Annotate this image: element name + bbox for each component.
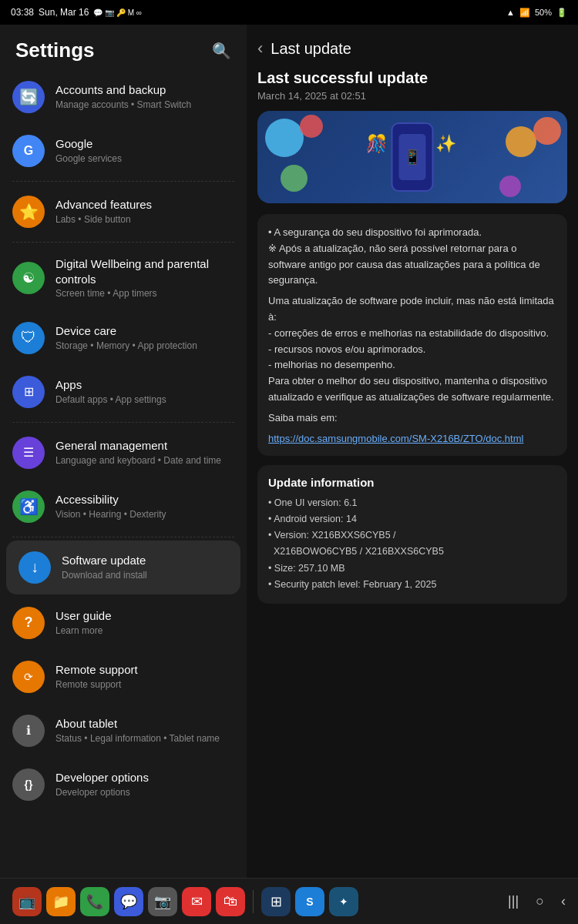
developer-title: Developer options xyxy=(55,770,234,785)
sidebar: Settings 🔍 🔄 Accounts and backup Manage … xyxy=(0,25,247,878)
detail-header-title: Last update xyxy=(271,40,351,58)
update-info-android: • Android version: 14 xyxy=(268,511,556,527)
sidebar-item-about[interactable]: ℹ About tablet Status • Legal informatio… xyxy=(0,704,247,758)
app-files[interactable]: 📁 xyxy=(46,887,76,916)
app-launcher[interactable]: ⊞ xyxy=(261,887,291,916)
userguide-icon: ? xyxy=(12,607,45,639)
search-icon[interactable]: 🔍 xyxy=(212,42,231,60)
google-icon: G xyxy=(12,135,45,167)
wellbeing-title: Digital Wellbeing and parental controls xyxy=(55,256,234,286)
sidebar-item-software[interactable]: ↓ Software update Download and install xyxy=(6,541,240,594)
about-subtitle: Status • Legal information • Tablet name xyxy=(55,733,234,745)
detail-panel: ‹ Last update Last successful update Mar… xyxy=(247,25,578,878)
nav-home[interactable]: ○ xyxy=(536,893,544,909)
status-right: ▲ 📶 50% 🔋 xyxy=(506,8,567,18)
sidebar-header: Settings 🔍 xyxy=(0,28,247,70)
advanced-title: Advanced features xyxy=(55,197,234,213)
accessibility-subtitle: Vision • Hearing • Dexterity xyxy=(55,509,234,521)
advanced-subtitle: Labs • Side button xyxy=(55,214,234,226)
apps-icon: ⊞ xyxy=(12,376,45,408)
update-info-security: • Security patch level: February 1, 2025 xyxy=(268,577,556,593)
app-tv[interactable]: 📺 xyxy=(12,887,42,916)
sidebar-item-wellbeing[interactable]: ☯ Digital Wellbeing and parental control… xyxy=(0,246,247,311)
divider-2 xyxy=(12,242,234,243)
accounts-icon: 🔄 xyxy=(12,81,45,113)
sidebar-item-devicecare[interactable]: 🛡 Device care Storage • Memory • App pro… xyxy=(0,311,247,365)
nav-recents[interactable]: ||| xyxy=(508,893,519,909)
remote-subtitle: Remote support xyxy=(55,679,234,691)
update-info-card: Update information • One UI version: 6.1… xyxy=(257,465,567,604)
battery-icon: 🔋 xyxy=(556,8,567,18)
divider-4 xyxy=(12,537,234,537)
sidebar-item-accessibility[interactable]: ♿ Accessibility Vision • Hearing • Dexte… xyxy=(0,480,247,534)
app-store[interactable]: 🛍 xyxy=(216,887,245,916)
status-left: 03:38 Sun, Mar 16 💬 📷 🔑 M ∞ xyxy=(11,7,142,18)
about-title: About tablet xyxy=(55,716,234,732)
google-subtitle: Google services xyxy=(55,153,234,166)
google-title: Google xyxy=(55,136,234,152)
app-phone[interactable]: 📞 xyxy=(80,887,109,916)
status-time: 03:38 xyxy=(11,7,34,18)
battery-level: 50% xyxy=(535,8,552,17)
update-body-text: • A segurança do seu dispositivo foi apr… xyxy=(268,225,556,289)
sidebar-item-remote[interactable]: ⟳ Remote support Remote support xyxy=(0,650,247,704)
update-info-size: • Size: 257.10 MB xyxy=(268,561,556,577)
wellbeing-icon: ☯ xyxy=(12,262,45,294)
app-messages[interactable]: 💬 xyxy=(114,887,143,916)
devicecare-subtitle: Storage • Memory • App protection xyxy=(55,340,234,353)
apps-title: Apps xyxy=(55,377,234,393)
update-date: March 14, 2025 at 02:51 xyxy=(257,90,567,102)
accounts-title: Accounts and backup xyxy=(55,82,234,98)
remote-icon: ⟳ xyxy=(12,661,45,693)
update-success-title: Last successful update xyxy=(257,69,567,87)
wellbeing-subtitle: Screen time • App timers xyxy=(55,288,234,300)
notification-icons: 💬 📷 🔑 M ∞ xyxy=(93,8,142,17)
app-camera[interactable]: 📷 xyxy=(148,887,177,916)
bottom-nav-apps: 📺 📁 📞 💬 📷 ✉ 🛍 ⊞ S ✦ xyxy=(12,887,358,916)
bottom-nav: 📺 📁 📞 💬 📷 ✉ 🛍 ⊞ S ✦ ||| ○ ‹ xyxy=(0,878,578,924)
sidebar-item-google[interactable]: G Google Google services xyxy=(0,124,247,178)
update-body-card: • A segurança do seu dispositivo foi apr… xyxy=(257,214,567,456)
developer-icon: {} xyxy=(12,768,45,801)
status-date: Sun, Mar 16 xyxy=(39,7,89,18)
main-layout: Settings 🔍 🔄 Accounts and backup Manage … xyxy=(0,25,578,878)
sidebar-title: Settings xyxy=(15,38,95,62)
update-illustration: 📱 🎊 ✨ xyxy=(257,111,567,203)
remote-title: Remote support xyxy=(55,662,234,678)
divider-3 xyxy=(12,422,234,423)
software-subtitle: Download and install xyxy=(62,570,228,582)
detail-content: Last successful update March 14, 2025 at… xyxy=(247,69,578,619)
sidebar-item-developer[interactable]: {} Developer options Developer options xyxy=(0,758,247,812)
sidebar-item-apps[interactable]: ⊞ Apps Default apps • App settings xyxy=(0,365,247,419)
devicecare-title: Device care xyxy=(55,323,234,339)
learn-more-label: Saiba mais em: xyxy=(268,410,556,427)
apps-subtitle: Default apps • App settings xyxy=(55,394,234,407)
software-title: Software update xyxy=(62,553,228,568)
accounts-subtitle: Manage accounts • Smart Switch xyxy=(55,99,234,112)
userguide-subtitle: Learn more xyxy=(55,625,234,638)
sidebar-item-accounts[interactable]: 🔄 Accounts and backup Manage accounts • … xyxy=(0,70,247,124)
accessibility-icon: ♿ xyxy=(12,490,45,523)
about-icon: ℹ xyxy=(12,715,45,747)
nav-controls: ||| ○ ‹ xyxy=(508,893,566,909)
status-bar: 03:38 Sun, Mar 16 💬 📷 🔑 M ∞ ▲ 📶 50% 🔋 xyxy=(0,0,578,25)
software-icon: ↓ xyxy=(18,551,51,584)
app-email[interactable]: ✉ xyxy=(182,887,211,916)
userguide-title: User guide xyxy=(55,608,234,624)
general-title: General management xyxy=(55,438,234,454)
back-button[interactable]: ‹ xyxy=(254,35,266,62)
sidebar-item-general[interactable]: ☰ General management Language and keyboa… xyxy=(0,426,247,480)
nav-back[interactable]: ‹ xyxy=(561,893,566,909)
sidebar-item-advanced[interactable]: ⭐ Advanced features Labs • Side button xyxy=(0,185,247,239)
developer-subtitle: Developer options xyxy=(55,787,234,799)
nav-divider xyxy=(253,890,254,913)
update-link[interactable]: https://doc.samsungmobile.com/SM-X216B/Z… xyxy=(268,433,523,444)
accessibility-title: Accessibility xyxy=(55,492,234,507)
app-samsung[interactable]: S xyxy=(295,887,324,916)
update-info-oneui: • One UI version: 6.1 xyxy=(268,495,556,511)
app-bixby[interactable]: ✦ xyxy=(329,887,358,916)
sidebar-item-userguide[interactable]: ? User guide Learn more xyxy=(0,596,247,650)
devicecare-icon: 🛡 xyxy=(12,322,45,354)
update-body-text2: Uma atualização de software pode incluir… xyxy=(268,293,556,406)
update-info-version: • Version: X216BXXS6CYB5 / X216BOWO6CYB5… xyxy=(268,527,556,561)
